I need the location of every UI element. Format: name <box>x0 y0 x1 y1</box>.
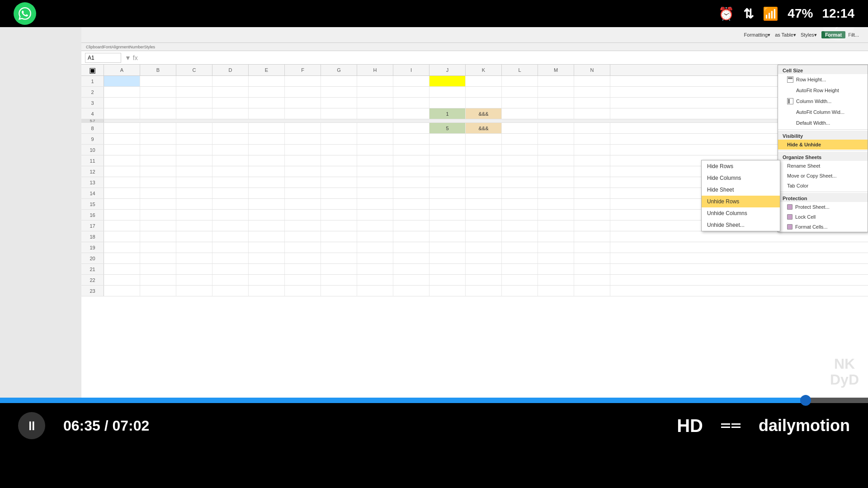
cell-a13[interactable] <box>104 177 140 188</box>
cell-i16[interactable] <box>393 210 429 220</box>
unhide-rows-item[interactable]: Unhide Rows <box>702 196 780 207</box>
col-header-e[interactable]: E <box>249 65 285 75</box>
cell-f13[interactable] <box>285 177 321 188</box>
cell-i3[interactable] <box>393 98 429 108</box>
cell-k11[interactable] <box>466 155 502 166</box>
cell-a17[interactable] <box>104 221 140 231</box>
cell-f21[interactable] <box>285 264 321 274</box>
cell-g17[interactable] <box>321 221 357 231</box>
cell-i13[interactable] <box>393 177 429 188</box>
cell-d10[interactable] <box>212 145 249 155</box>
cell-m14[interactable] <box>538 188 574 198</box>
cell-k4[interactable]: &&& <box>466 108 502 119</box>
cell-e16[interactable] <box>249 210 285 220</box>
cell-h22[interactable] <box>357 275 393 285</box>
cell-b15[interactable] <box>140 199 176 209</box>
cell-f4[interactable] <box>285 108 321 119</box>
row-height-item[interactable]: Row Height... <box>778 74 868 85</box>
cell-g9[interactable] <box>321 134 357 144</box>
cell-f9[interactable] <box>285 134 321 144</box>
column-width-item[interactable]: Column Width... <box>778 96 868 107</box>
cell-b17[interactable] <box>140 221 176 231</box>
cell-b16[interactable] <box>140 210 176 220</box>
cell-b20[interactable] <box>140 253 176 263</box>
cell-h13[interactable] <box>357 177 393 188</box>
cell-i22[interactable] <box>393 275 429 285</box>
col-header-f[interactable]: F <box>285 65 321 75</box>
cell-g12[interactable] <box>321 166 357 177</box>
cell-k17[interactable] <box>466 221 502 231</box>
cell-e11[interactable] <box>249 155 285 166</box>
cell-k22[interactable] <box>466 275 502 285</box>
cell-c22[interactable] <box>176 275 212 285</box>
cell-j1[interactable] <box>429 76 466 86</box>
cell-l19[interactable] <box>502 242 538 253</box>
cell-h23[interactable] <box>357 286 393 296</box>
cell-n2[interactable] <box>574 87 610 97</box>
cell-e23[interactable] <box>249 286 285 296</box>
cell-a2[interactable] <box>104 87 140 97</box>
cell-c15[interactable] <box>176 199 212 209</box>
audio-settings-icon[interactable] <box>721 423 741 428</box>
format-dropdown-menu[interactable]: Cell Size Row Height... AutoFit Row Heig… <box>778 65 868 232</box>
cell-j13[interactable] <box>429 177 466 188</box>
cell-m15[interactable] <box>538 199 574 209</box>
cell-m17[interactable] <box>538 221 574 231</box>
cell-l14[interactable] <box>502 188 538 198</box>
cell-j21[interactable] <box>429 264 466 274</box>
cell-m1[interactable] <box>538 76 574 86</box>
hide-rows-item[interactable]: Hide Rows <box>702 160 780 172</box>
cell-k19[interactable] <box>466 242 502 253</box>
cell-d22[interactable] <box>212 275 249 285</box>
cell-d15[interactable] <box>212 199 249 209</box>
cell-a1[interactable] <box>104 76 140 86</box>
lock-cell-item[interactable]: Lock Cell <box>778 212 868 222</box>
cell-f1[interactable] <box>285 76 321 86</box>
cell-d3[interactable] <box>212 98 249 108</box>
cell-a16[interactable] <box>104 210 140 220</box>
cell-g13[interactable] <box>321 177 357 188</box>
cell-h4[interactable] <box>357 108 393 119</box>
cell-g3[interactable] <box>321 98 357 108</box>
cell-c12[interactable] <box>176 166 212 177</box>
cell-j3[interactable] <box>429 98 466 108</box>
cell-g16[interactable] <box>321 210 357 220</box>
cell-a11[interactable] <box>104 155 140 166</box>
cell-l20[interactable] <box>502 253 538 263</box>
cell-d17[interactable] <box>212 221 249 231</box>
cell-b12[interactable] <box>140 166 176 177</box>
cell-m12[interactable] <box>538 166 574 177</box>
cell-a20[interactable] <box>104 253 140 263</box>
cell-d12[interactable] <box>212 166 249 177</box>
cell-a8[interactable] <box>104 123 140 133</box>
cell-d21[interactable] <box>212 264 249 274</box>
col-header-k[interactable]: K <box>466 65 502 75</box>
cell-f11[interactable] <box>285 155 321 166</box>
cell-k9[interactable] <box>466 134 502 144</box>
unhide-columns-item[interactable]: Unhide Columns <box>702 207 780 219</box>
col-header-n[interactable]: N <box>574 65 610 75</box>
cell-b22[interactable] <box>140 275 176 285</box>
cell-c20[interactable] <box>176 253 212 263</box>
col-header-l[interactable]: L <box>502 65 538 75</box>
cell-n8[interactable] <box>574 123 610 133</box>
autofit-column-width-item[interactable]: AutoFit Column Wid... <box>778 107 868 117</box>
autofit-row-height-item[interactable]: AutoFit Row Height <box>778 85 868 96</box>
cell-j4[interactable]: 1 <box>429 108 466 119</box>
col-header-i[interactable]: I <box>393 65 429 75</box>
cell-n23[interactable] <box>574 286 610 296</box>
cell-f19[interactable] <box>285 242 321 253</box>
rename-sheet-item[interactable]: Rename Sheet <box>778 161 868 171</box>
cell-m4[interactable] <box>538 108 574 119</box>
cell-j12[interactable] <box>429 166 466 177</box>
cell-c8[interactable] <box>176 123 212 133</box>
cell-n16[interactable] <box>574 210 610 220</box>
cell-m10[interactable] <box>538 145 574 155</box>
cell-e15[interactable] <box>249 199 285 209</box>
protect-sheet-item[interactable]: Protect Sheet... <box>778 202 868 212</box>
cell-a14[interactable] <box>104 188 140 198</box>
cell-k16[interactable] <box>466 210 502 220</box>
cell-n21[interactable] <box>574 264 610 274</box>
cell-i2[interactable] <box>393 87 429 97</box>
cell-reference-input[interactable] <box>85 53 121 63</box>
